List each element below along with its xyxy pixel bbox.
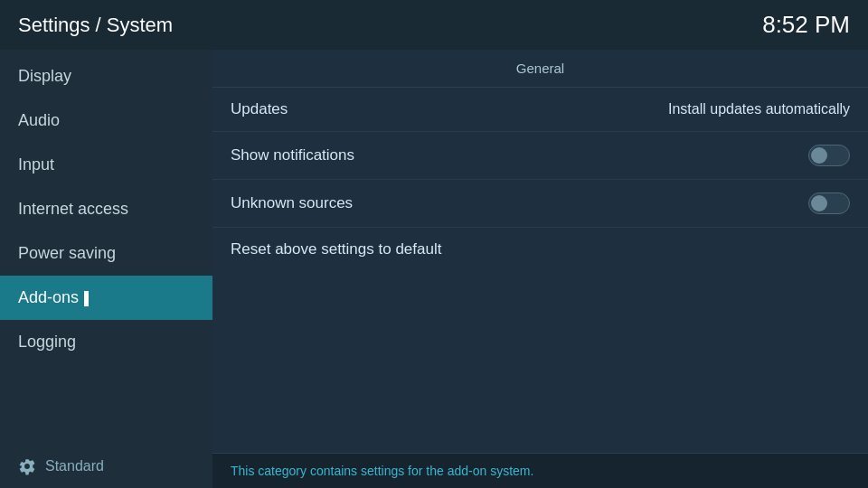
settings-row-updates[interactable]: Updates Install updates automatically [212, 88, 868, 132]
info-text: This category contains settings for the … [231, 464, 533, 478]
sidebar-label-logging: Logging [18, 333, 76, 352]
sidebar-label-input: Input [18, 155, 54, 174]
sidebar-item-display[interactable]: Display [0, 54, 212, 99]
info-bar: This category contains settings for the … [212, 453, 868, 488]
sidebar-item-power-saving[interactable]: Power saving [0, 231, 212, 276]
settings-panel: General Updates Install updates automati… [212, 50, 868, 453]
sidebar-footer[interactable]: Standard [0, 445, 212, 488]
section-header: General [212, 50, 868, 88]
sidebar-item-add-ons[interactable]: Add-ons ▌ [0, 276, 212, 320]
settings-row-show-notifications[interactable]: Show notifications [212, 132, 868, 180]
unknown-sources-toggle[interactable] [808, 192, 850, 214]
show-notifications-label: Show notifications [231, 146, 354, 164]
sidebar-item-logging[interactable]: Logging [0, 320, 212, 364]
settings-row-unknown-sources[interactable]: Unknown sources [212, 180, 868, 228]
show-notifications-toggle[interactable] [808, 145, 850, 166]
content-area: General Updates Install updates automati… [212, 50, 868, 488]
reset-label: Reset above settings to default [231, 240, 441, 258]
sidebar-label-add-ons: Add-ons [18, 288, 79, 307]
sidebar-label-internet-access: Internet access [18, 200, 128, 219]
sidebar-label-audio: Audio [18, 111, 60, 130]
gear-icon [18, 457, 36, 475]
sidebar-item-input[interactable]: Input [0, 143, 212, 187]
main-layout: Display Audio Input Internet access Powe… [0, 50, 868, 488]
sidebar-item-audio[interactable]: Audio [0, 99, 212, 143]
page-title: Settings / System [18, 14, 173, 37]
sidebar-item-internet-access[interactable]: Internet access [0, 187, 212, 231]
clock: 8:52 PM [762, 11, 850, 39]
sidebar: Display Audio Input Internet access Powe… [0, 50, 212, 488]
settings-row-reset[interactable]: Reset above settings to default [212, 228, 868, 271]
unknown-sources-label: Unknown sources [231, 194, 353, 212]
sidebar-label-display: Display [18, 67, 71, 86]
cursor-icon: ▌ [84, 291, 93, 305]
header: Settings / System 8:52 PM [0, 0, 868, 50]
updates-label: Updates [231, 100, 288, 118]
profile-label: Standard [45, 458, 104, 474]
sidebar-label-power-saving: Power saving [18, 244, 116, 263]
updates-value: Install updates automatically [668, 101, 850, 117]
